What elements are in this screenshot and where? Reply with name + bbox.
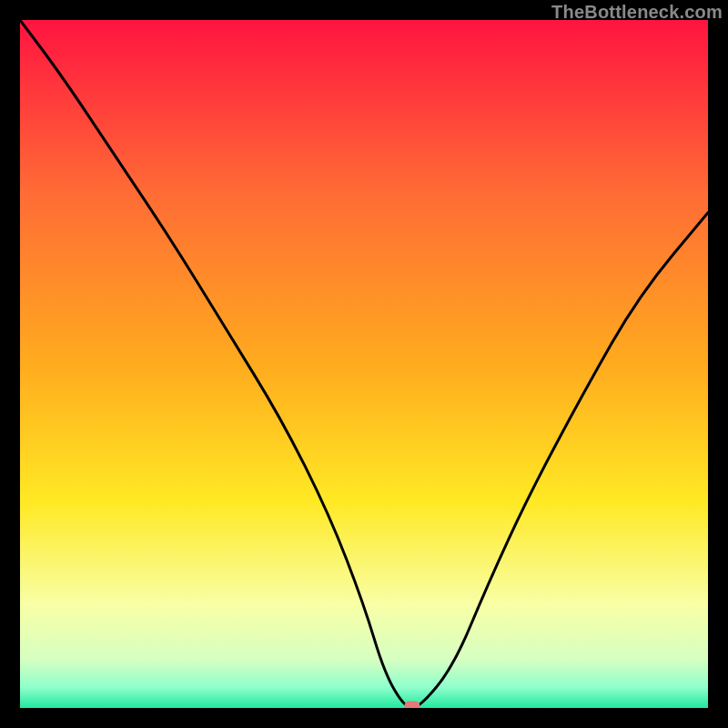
optimal-point-marker (404, 702, 420, 709)
plot-area (20, 20, 708, 708)
chart-frame: TheBottleneck.com (0, 0, 728, 728)
chart-svg (20, 20, 708, 708)
